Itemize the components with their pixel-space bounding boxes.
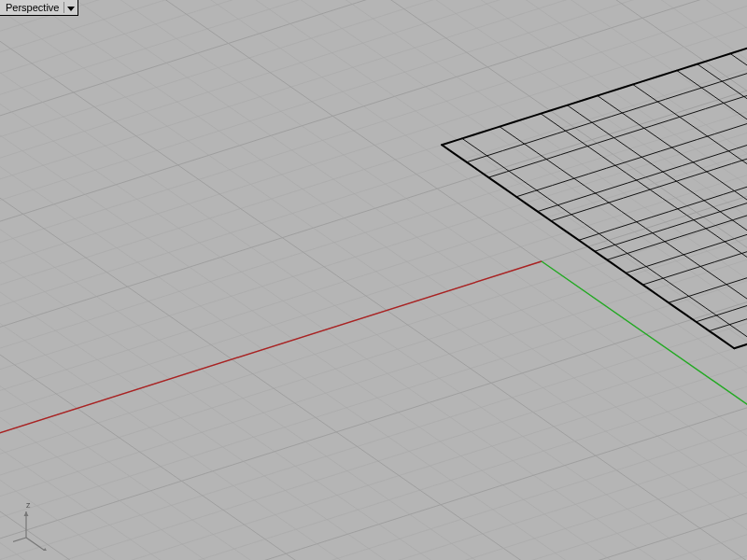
svg-line-6 <box>0 0 747 191</box>
svg-line-45 <box>102 0 747 560</box>
svg-line-96 <box>300 375 747 560</box>
svg-line-47 <box>71 0 747 560</box>
svg-line-104 <box>13 538 26 545</box>
axis-label: z <box>26 500 31 510</box>
svg-line-14 <box>0 0 747 249</box>
svg-line-41 <box>164 0 747 560</box>
world-axes <box>0 261 747 560</box>
svg-line-70 <box>28 186 747 560</box>
svg-line-75 <box>0 40 641 560</box>
svg-line-36 <box>0 0 747 410</box>
svg-line-17 <box>536 0 747 454</box>
viewport-scene[interactable] <box>0 0 747 560</box>
svg-line-77 <box>0 49 610 560</box>
svg-line-43 <box>134 0 747 560</box>
axis-gizmo: zyx <box>13 485 78 551</box>
svg-line-29 <box>350 0 747 512</box>
svg-line-23 <box>443 0 747 483</box>
svg-line-94 <box>279 360 747 560</box>
svg-line-81 <box>0 69 547 560</box>
svg-line-42 <box>0 0 747 453</box>
svg-line-92 <box>258 345 747 560</box>
viewport-3d[interactable]: Perspective zyx <box>0 0 747 560</box>
viewport-title-button[interactable]: Perspective <box>0 0 78 16</box>
svg-line-33 <box>288 0 747 532</box>
svg-line-82 <box>153 273 747 560</box>
svg-line-64 <box>0 143 747 560</box>
viewport-title-label: Perspective <box>6 2 59 13</box>
svg-line-84 <box>175 287 747 560</box>
svg-line-56 <box>0 84 747 554</box>
svg-line-21 <box>473 0 747 473</box>
svg-line-88 <box>216 316 747 560</box>
svg-line-40 <box>0 0 747 439</box>
svg-line-79 <box>0 60 578 560</box>
svg-line-98 <box>0 261 542 497</box>
svg-line-30 <box>0 0 747 366</box>
svg-marker-101 <box>24 511 29 516</box>
svg-line-15 <box>567 0 747 443</box>
svg-line-22 <box>0 0 747 308</box>
svg-line-80 <box>133 259 747 560</box>
svg-line-54 <box>0 70 747 540</box>
svg-line-68 <box>7 172 747 560</box>
svg-line-49 <box>40 0 747 560</box>
svg-line-48 <box>0 26 747 497</box>
svg-line-12 <box>0 0 747 235</box>
svg-line-86 <box>195 302 747 560</box>
svg-line-99 <box>542 261 747 560</box>
svg-line-27 <box>381 0 747 502</box>
svg-line-71 <box>0 21 702 560</box>
svg-line-32 <box>0 0 747 380</box>
viewport-title-dropdown-icon[interactable] <box>63 2 75 13</box>
svg-line-58 <box>0 99 747 560</box>
svg-line-38 <box>0 0 747 424</box>
svg-line-102 <box>26 538 48 551</box>
svg-line-90 <box>237 331 747 560</box>
svg-line-69 <box>0 10 733 560</box>
